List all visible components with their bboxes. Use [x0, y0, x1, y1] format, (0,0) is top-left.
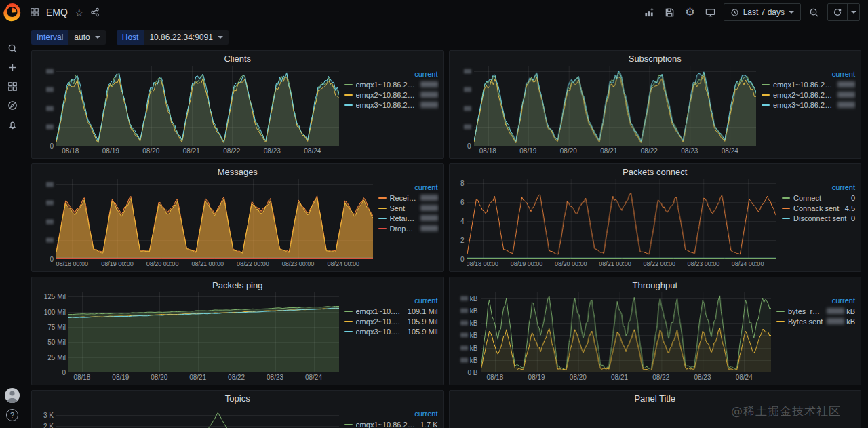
- tick-label: 2: [460, 236, 465, 244]
- tick-suffix: kB: [470, 356, 478, 364]
- series-name[interactable]: Bytes sent: [788, 317, 823, 326]
- series-name[interactable]: emqx2~10.86.21.99: [356, 91, 417, 99]
- series-name[interactable]: emqx2~10.86.21.99: [773, 91, 834, 99]
- panel-title-subscriptions[interactable]: Subscriptions: [450, 51, 861, 66]
- series-name[interactable]: Sent: [390, 204, 417, 212]
- x-tick: 08/18 00:00: [56, 260, 88, 267]
- tick-label: 3 K: [43, 411, 54, 419]
- refresh-button[interactable]: [828, 4, 847, 20]
- panel-title-panel_title[interactable]: Panel Title: [450, 391, 861, 406]
- panel-title-packets_ping[interactable]: Packets ping: [32, 277, 443, 292]
- chart-canvas-clients[interactable]: [56, 66, 339, 146]
- series-name[interactable]: emqx3~10.86.21.100: [356, 101, 417, 109]
- panel-title-messages[interactable]: Messages: [32, 164, 443, 179]
- tick-label: 0 B: [467, 369, 477, 376]
- series-color-mark: [762, 84, 770, 85]
- legend-current-header: current: [782, 183, 855, 191]
- series-name[interactable]: Retained: [390, 214, 417, 222]
- series-name[interactable]: emqx1~10.86.21.98: [356, 307, 404, 315]
- series-current-value: 105.9 Mil: [408, 328, 438, 336]
- sidebar-alerting-icon[interactable]: [0, 117, 24, 131]
- chart-canvas-messages[interactable]: [56, 179, 373, 259]
- dashboard-grid-icon: [30, 7, 39, 17]
- sidebar-create-icon[interactable]: [0, 60, 24, 74]
- y-tick: 2: [460, 236, 465, 244]
- help-icon[interactable]: ?: [6, 409, 18, 421]
- panel-body-throughput: kBkBkBkBkBkB0 B08/1808/1908/2008/2108/22…: [450, 292, 861, 385]
- add-panel-button[interactable]: [642, 3, 656, 21]
- chart-canvas-packets_ping[interactable]: [68, 292, 339, 372]
- series-current-value: [420, 215, 438, 221]
- star-icon[interactable]: ☆: [75, 7, 83, 18]
- legend-row: Bytes sentkB: [776, 316, 855, 326]
- series-color-mark: [344, 104, 353, 106]
- blurred-value: [46, 106, 54, 111]
- refresh-interval-dropdown[interactable]: [847, 4, 859, 20]
- variable-interval[interactable]: Interval auto: [31, 30, 106, 45]
- x-tick: 08/21 00:00: [191, 260, 224, 267]
- series-color-mark: [344, 84, 353, 85]
- tick-suffix: kB: [470, 294, 478, 302]
- chart-canvas-subscriptions[interactable]: [474, 66, 757, 146]
- x-tick: 08/24 00:00: [732, 260, 764, 267]
- time-range-picker[interactable]: Last 7 days: [724, 3, 801, 21]
- legend-row: bytes_receivedkB: [776, 306, 855, 316]
- panel-title-packets_connect[interactable]: Packets connect: [450, 164, 861, 179]
- user-avatar[interactable]: [5, 388, 20, 403]
- plot-subscriptions: 008/1808/1908/2008/2108/2208/2308/24: [454, 66, 757, 156]
- share-icon[interactable]: [90, 7, 100, 17]
- series-name[interactable]: emqx1~10.86.21.98: [773, 81, 834, 89]
- blurred-value: [460, 296, 468, 300]
- blurred-value: [420, 81, 438, 87]
- chart-canvas-topics[interactable]: [56, 406, 339, 428]
- cycle-view-button[interactable]: [703, 3, 717, 21]
- chevron-down-icon: [218, 36, 223, 39]
- x-tick: 08/19: [102, 147, 119, 155]
- panel-title-throughput[interactable]: Throughput: [450, 277, 861, 292]
- series-name[interactable]: emqx1~10.86.21.98: [356, 421, 417, 428]
- y-tick: [46, 182, 54, 187]
- sidebar-search-icon[interactable]: [0, 41, 24, 55]
- series-name[interactable]: Received: [390, 194, 417, 202]
- series-name[interactable]: bytes_received: [788, 307, 823, 315]
- variable-host[interactable]: Host 10.86.22.34:9091: [117, 30, 229, 45]
- save-dashboard-button[interactable]: [663, 3, 677, 21]
- series-current-value: [420, 195, 438, 201]
- zoom-out-button[interactable]: [807, 3, 821, 21]
- y-tick: 0 B: [467, 369, 477, 376]
- series-current-value: 1.7 K: [420, 421, 438, 428]
- panel-body-subscriptions: 008/1808/1908/2008/2108/2208/2308/24curr…: [450, 66, 861, 158]
- y-tick: 50 Mil: [47, 338, 66, 346]
- series-name[interactable]: emqx2~10.86.21.99: [356, 317, 404, 326]
- series-name[interactable]: Connect: [793, 194, 848, 202]
- chart-canvas-packets_connect[interactable]: [467, 179, 777, 259]
- blurred-value: [837, 92, 855, 98]
- panel-clients: Clients008/1808/1908/2008/2108/2208/2308…: [31, 50, 444, 159]
- series-current-value: [837, 102, 855, 108]
- grafana-logo[interactable]: [2, 2, 22, 22]
- series-name[interactable]: Connack sent: [793, 204, 842, 212]
- x-tick: 08/21: [189, 374, 206, 381]
- x-tick: 08/23: [694, 374, 711, 381]
- legend-packets_connect: currentConnect0Connack sent4.5Disconnect…: [776, 179, 856, 269]
- sidebar-dashboards-icon[interactable]: [0, 79, 24, 93]
- sidebar-explore-icon[interactable]: [0, 98, 24, 112]
- chart-canvas-throughput[interactable]: [481, 292, 772, 372]
- legend-clients: currentemqx1~10.86.21.98emqx2~10.86.21.9…: [339, 66, 439, 156]
- series-name[interactable]: Dropped: [390, 225, 417, 233]
- series-color-mark: [762, 94, 770, 96]
- series-name[interactable]: emqx1~10.86.21.98: [356, 81, 417, 89]
- dashboard-title[interactable]: EMQ: [46, 7, 68, 18]
- variable-interval-value[interactable]: auto: [68, 30, 105, 45]
- variable-host-value[interactable]: 10.86.22.34:9091: [144, 30, 228, 45]
- panel-title-clients[interactable]: Clients: [32, 51, 443, 66]
- panel-title-topics[interactable]: Topics: [32, 391, 443, 406]
- plot-topics: 3 K2 K: [36, 406, 339, 428]
- legend-messages: currentReceivedSentRetainedDropped: [373, 179, 439, 269]
- dashboard-settings-button[interactable]: ⚙: [683, 3, 696, 21]
- series-name[interactable]: Disconnect sent: [793, 214, 848, 222]
- panel-topics: Topics3 K2 Kcurrentemqx1~10.86.21.981.7 …: [31, 390, 444, 428]
- y-tick: 75 Mil: [47, 323, 66, 330]
- series-name[interactable]: emqx3~10.86.21.100: [356, 328, 404, 336]
- series-name[interactable]: emqx3~10.86.21.100: [773, 101, 834, 109]
